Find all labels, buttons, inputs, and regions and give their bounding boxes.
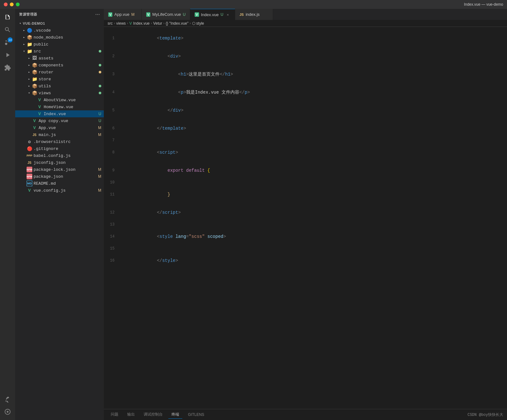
tree-item-jsconfig[interactable]: JS jsconfig.json (15, 159, 104, 166)
assets-arrow (27, 56, 32, 61)
tree-item-gitignore[interactable]: 🔴 .gitignore (15, 145, 104, 152)
index-js-label: index.js (246, 12, 260, 17)
minimize-button[interactable] (10, 3, 14, 6)
activity-remote[interactable] (2, 393, 13, 405)
tab-bar: V App.vue M V MyLifeCom.vue U V Index.vu… (104, 9, 507, 20)
store-icon: 📁 (32, 76, 37, 82)
activity-bar: 14 (0, 9, 15, 420)
utils-dot (99, 85, 101, 87)
app-vue-badge: M (131, 12, 135, 17)
views-dot (99, 92, 101, 94)
bc-src: src (108, 21, 113, 26)
activity-run[interactable] (2, 49, 13, 61)
traffic-lights (4, 3, 20, 6)
tab-terminal[interactable]: 终端 (168, 411, 182, 419)
tree-item-appvue[interactable]: V App.vue M (15, 124, 104, 131)
tree-item-browserslistrc[interactable]: ⚙ .browserslistrc (15, 138, 104, 145)
activity-extensions[interactable] (2, 62, 13, 73)
mylifecom-badge: U (183, 12, 186, 17)
packagejson-badge: M (98, 174, 101, 179)
appvue-label: App.vue (39, 126, 98, 130)
tree-item-router[interactable]: 📦 router (15, 69, 104, 76)
bc-views: views (116, 21, 126, 26)
bc-indexvue2: {} "Index.vue" (166, 21, 188, 26)
tree-item-src[interactable]: 📁 src (15, 48, 104, 55)
tree-root[interactable]: VUE-DEMO1 (15, 20, 104, 27)
indexvue-icon: V (37, 111, 42, 117)
views-icon: 📦 (32, 90, 37, 96)
tree-item-vueconfig[interactable]: V vue.config.js M (15, 187, 104, 194)
tree-item-packagelock[interactable]: NPM package-lock.json M (15, 166, 104, 173)
tree-item-mainjs[interactable]: JS main.js M (15, 131, 104, 138)
sidebar-more-button[interactable]: ··· (95, 12, 100, 17)
router-icon: 📦 (32, 69, 37, 75)
activity-search[interactable] (2, 24, 13, 35)
node-modules-label: node_modules (34, 35, 104, 40)
jsconfig-icon: JS (27, 160, 32, 165)
app-vue-label: App.vue (114, 12, 129, 17)
activity-source-control[interactable]: 14 (2, 37, 13, 48)
tree-item-views[interactable]: 📦 views (15, 90, 104, 96)
code-line-10: 10 (104, 180, 507, 186)
homeview-icon: V (37, 104, 42, 110)
tab-app-vue[interactable]: V App.vue M (104, 9, 142, 20)
router-dot (99, 71, 101, 73)
index-vue-badge: U (221, 12, 223, 17)
tab-index-js[interactable]: JS index.js (235, 9, 273, 20)
tree-item-homeview[interactable]: V HomeView.vue (15, 103, 104, 110)
tree-item-indexvue[interactable]: V Index.vue U (15, 110, 104, 117)
appvue-icon: V (32, 125, 37, 131)
index-vue-close[interactable]: ✕ (225, 12, 230, 17)
mainjs-icon: JS (32, 132, 37, 138)
tree-item-utils[interactable]: 📦 utils (15, 83, 104, 90)
code-line-8: 8 <script> (104, 144, 507, 162)
tab-output[interactable]: 输出 (124, 411, 138, 419)
babelconfig-icon: PPP (27, 153, 32, 158)
tree-item-aboutview[interactable]: V AboutView.vue (15, 96, 104, 103)
tree-item-assets[interactable]: 🖼 assets (15, 55, 104, 62)
tree-item-store[interactable]: 📁 store (15, 76, 104, 83)
tree-item-components[interactable]: 📦 components (15, 62, 104, 69)
tab-debug-console[interactable]: 调试控制台 (141, 411, 166, 419)
node-modules-arrow (22, 35, 27, 40)
browserslistrc-icon: ⚙ (27, 139, 32, 145)
activity-ai[interactable] (2, 406, 13, 417)
tree-item-vscode[interactable]: 🔵 .vscode (15, 27, 104, 34)
vueconfig-label: vue.config.js (34, 188, 98, 193)
tree-item-node-modules[interactable]: 📦 node_modules (15, 34, 104, 41)
tab-index-vue[interactable]: V Index.vue U ✕ (190, 9, 235, 20)
tab-problems[interactable]: 问题 (108, 411, 122, 419)
vueconfig-badge: M (98, 188, 101, 193)
tree-item-babelconfig[interactable]: PPP babel.config.js (15, 152, 104, 159)
tree-item-public[interactable]: 📁 public (15, 41, 104, 48)
utils-arrow (27, 83, 32, 89)
tree-item-packagejson[interactable]: NPM package.json M (15, 173, 104, 180)
root-arrow (18, 21, 23, 26)
code-line-11: 11 } (104, 186, 507, 204)
packagelock-label: package-lock.json (34, 167, 98, 172)
app-container: 14 资源管理器 ··· VUE-DEMO1 (0, 9, 507, 420)
tree-item-readme[interactable]: MD README.md (15, 180, 104, 187)
file-tree: VUE-DEMO1 🔵 .vscode 📦 node_modules 📁 pub… (15, 20, 104, 420)
tree-item-appcopy[interactable]: V App copy.vue U (15, 117, 104, 124)
appvue-badge: M (98, 126, 101, 130)
tab-gitlens[interactable]: GITLENS (185, 411, 207, 418)
status-right-label: CSDN @boy快快长大 (467, 412, 503, 417)
code-editor[interactable]: 1 <template> 2 <div> 3 <h1>这里是首页文件</h1> (104, 27, 507, 409)
svg-point-0 (7, 411, 9, 413)
root-label: VUE-DEMO1 (23, 22, 104, 25)
code-line-14: 14 <style lang="scss" scoped> (104, 228, 507, 246)
maximize-button[interactable] (16, 3, 20, 6)
browserslistrc-label: .browserslistrc (34, 139, 104, 144)
activity-explorer[interactable] (2, 11, 13, 23)
window-title: Index.vue — vue-demo (464, 2, 503, 7)
index-js-icon: JS (240, 13, 244, 16)
src-icon: 📁 (27, 48, 32, 54)
code-line-15: 15 (104, 246, 507, 252)
tab-mylifecom-vue[interactable]: V MyLifeCom.vue U (142, 9, 190, 20)
src-label: src (34, 49, 99, 54)
router-label: router (39, 70, 99, 75)
close-button[interactable] (4, 3, 8, 6)
aboutview-icon: V (37, 97, 42, 103)
sidebar: 资源管理器 ··· VUE-DEMO1 🔵 .vscode 📦 node_mod… (15, 9, 104, 420)
